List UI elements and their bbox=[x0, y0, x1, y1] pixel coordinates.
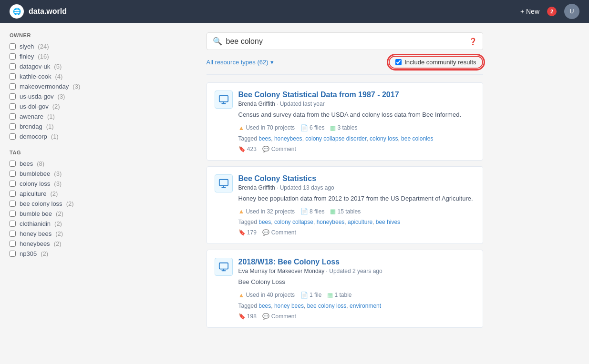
comment-action[interactable]: 💬 Comment bbox=[262, 146, 296, 152]
result-tag[interactable]: environment bbox=[350, 303, 381, 309]
owner-checkbox[interactable] bbox=[10, 93, 16, 100]
result-stats: ▲ Used in 32 projects 📄 8 files ▦ 15 tab… bbox=[238, 208, 475, 215]
results-area: Bee Colony Statistical Data from 1987 - … bbox=[207, 82, 483, 328]
comment-action[interactable]: 💬 Comment bbox=[262, 313, 296, 320]
result-tag[interactable]: bee colonies bbox=[401, 135, 433, 142]
tables-stat: ▦ 15 tables bbox=[330, 208, 361, 215]
projects-stat: ▲ Used in 70 projects bbox=[238, 124, 295, 131]
files-stat: 📄 1 file bbox=[300, 292, 321, 299]
owner-count: (5) bbox=[54, 63, 62, 70]
owner-checkbox[interactable] bbox=[10, 73, 16, 80]
owner-name: makeovermonday bbox=[20, 83, 69, 90]
new-button[interactable]: + New bbox=[520, 8, 539, 15]
tag-checkbox[interactable] bbox=[10, 181, 16, 187]
tables-icon: ▦ bbox=[330, 208, 336, 215]
result-tag[interactable]: honeybees bbox=[317, 219, 345, 225]
tag-count: (3) bbox=[54, 180, 62, 187]
owner-checkbox[interactable] bbox=[10, 53, 16, 60]
tables-stat: ▦ 1 table bbox=[327, 292, 351, 299]
projects-count: Used in 32 projects bbox=[246, 208, 295, 215]
result-tag[interactable]: honeybees bbox=[274, 135, 302, 142]
sidebar-owner-item: makeovermonday(3) bbox=[10, 83, 95, 90]
header-left: 🌐 data.world bbox=[10, 4, 67, 19]
result-title[interactable]: Bee Colony Statistical Data from 1987 - … bbox=[238, 91, 475, 99]
result-tag[interactable]: colony collapse bbox=[274, 219, 313, 225]
result-tag[interactable]: bees bbox=[258, 303, 271, 309]
projects-count: Used in 40 projects bbox=[246, 292, 295, 298]
filter-bar: All resource types (62) ▾ Include commun… bbox=[207, 56, 483, 75]
sidebar-owner-item: finley(16) bbox=[10, 53, 95, 60]
owner-checkbox[interactable] bbox=[10, 83, 16, 90]
tag-count: (8) bbox=[37, 160, 44, 167]
tag-checkbox[interactable] bbox=[10, 221, 16, 227]
owner-checkbox[interactable] bbox=[10, 103, 16, 110]
sidebar-tag-item: bees(8) bbox=[10, 160, 95, 167]
owner-checkbox[interactable] bbox=[10, 133, 16, 140]
tag-checkbox[interactable] bbox=[10, 231, 16, 237]
owner-checkbox[interactable] bbox=[10, 43, 16, 50]
result-tag[interactable]: bees bbox=[258, 219, 271, 225]
tag-checkbox[interactable] bbox=[10, 191, 16, 197]
svg-rect-0 bbox=[219, 96, 227, 102]
result-tags: Tagged bees, colony collapse, honeybees,… bbox=[238, 219, 475, 225]
svg-rect-1 bbox=[219, 179, 227, 185]
projects-stat: ▲ Used in 40 projects bbox=[238, 292, 295, 299]
search-input[interactable] bbox=[226, 37, 469, 46]
result-tag[interactable]: bees bbox=[258, 135, 271, 142]
result-description: Census and survey data from the USDA and… bbox=[238, 110, 475, 120]
bookmark-action[interactable]: 🔖 423 bbox=[238, 146, 257, 152]
tag-checkbox[interactable] bbox=[10, 201, 16, 207]
result-tag[interactable]: colony loss bbox=[370, 135, 398, 142]
notification-badge[interactable]: 2 bbox=[547, 7, 557, 16]
tag-checkbox[interactable] bbox=[10, 241, 16, 247]
owner-checkbox[interactable] bbox=[10, 123, 16, 130]
result-meta: Brenda Griffith · Updated 13 days ago bbox=[238, 184, 475, 191]
content-area: 🔍 ❓ All resource types (62) ▾ Include co… bbox=[105, 23, 589, 343]
result-tag[interactable]: apiculture bbox=[348, 219, 372, 225]
community-checkbox[interactable] bbox=[395, 59, 402, 65]
avatar[interactable]: U bbox=[564, 4, 579, 19]
tag-name: clothianidin bbox=[20, 220, 51, 227]
search-bar: 🔍 ❓ bbox=[207, 32, 483, 50]
files-icon: 📄 bbox=[300, 124, 308, 131]
result-tag[interactable]: bee colony loss bbox=[307, 303, 347, 309]
tag-checkbox[interactable] bbox=[10, 251, 16, 257]
owner-name: finley bbox=[20, 53, 34, 60]
result-tag[interactable]: honey bees bbox=[274, 303, 304, 309]
bookmark-action[interactable]: 🔖 179 bbox=[238, 229, 257, 236]
result-tag[interactable]: bee hives bbox=[376, 219, 400, 225]
result-title[interactable]: 2018/W18: Bee Colony Loss bbox=[238, 258, 475, 266]
result-card: Bee Colony Statistics Brenda Griffith · … bbox=[207, 166, 483, 244]
tag-checkbox[interactable] bbox=[10, 211, 16, 217]
tag-checkbox[interactable] bbox=[10, 171, 16, 177]
tags-label: Tagged bbox=[238, 135, 259, 142]
projects-stat: ▲ Used in 32 projects bbox=[238, 208, 295, 215]
result-info: 2018/W18: Bee Colony Loss Eva Murray for… bbox=[238, 258, 475, 320]
owner-count: (1) bbox=[46, 123, 54, 130]
tag-name: honeybees bbox=[20, 240, 50, 247]
owner-count: (3) bbox=[72, 83, 80, 90]
resource-types-button[interactable]: All resource types (62) ▾ bbox=[207, 59, 274, 66]
owner-checkbox[interactable] bbox=[10, 113, 16, 120]
bookmark-action[interactable]: 🔖 198 bbox=[238, 313, 257, 320]
owner-name: awenare bbox=[20, 113, 43, 120]
sidebar-tag-item: np305(2) bbox=[10, 250, 95, 257]
owner-count: (1) bbox=[51, 133, 59, 140]
search-icon: 🔍 bbox=[213, 37, 222, 46]
sidebar-owner-item: siyeh(24) bbox=[10, 43, 95, 50]
result-stats: ▲ Used in 40 projects 📄 1 file ▦ 1 table bbox=[238, 292, 475, 299]
search-help-icon[interactable]: ❓ bbox=[469, 38, 477, 45]
comment-action[interactable]: 💬 Comment bbox=[262, 229, 296, 236]
result-title[interactable]: Bee Colony Statistics bbox=[238, 174, 475, 183]
tag-checkbox[interactable] bbox=[10, 161, 16, 167]
tag-name: np305 bbox=[20, 250, 37, 257]
comment-label: Comment bbox=[271, 313, 296, 320]
result-author: Eva Murray for Makeover Monday bbox=[238, 268, 325, 274]
owner-checkbox[interactable] bbox=[10, 63, 16, 70]
projects-icon: ▲ bbox=[238, 208, 245, 215]
tables-stat: ▦ 3 tables bbox=[330, 124, 357, 131]
sidebar-owner-item: brendag(1) bbox=[10, 123, 95, 130]
result-tag[interactable]: colony collapse disorder bbox=[305, 135, 366, 142]
tag-name: bumble bee bbox=[20, 210, 52, 217]
dataset-icon bbox=[215, 174, 233, 192]
